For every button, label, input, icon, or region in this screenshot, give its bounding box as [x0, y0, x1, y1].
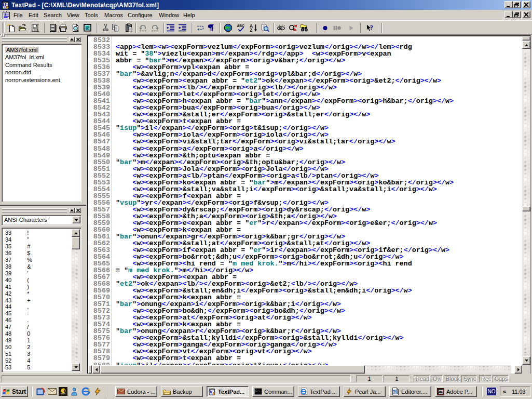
svg-text:?: ? — [370, 23, 374, 31]
svg-text:C:\: C:\ — [255, 390, 260, 393]
svg-text:W: W — [393, 390, 398, 394]
svg-text:ABC: ABC — [237, 24, 244, 28]
svg-text:Z: Z — [250, 28, 252, 32]
